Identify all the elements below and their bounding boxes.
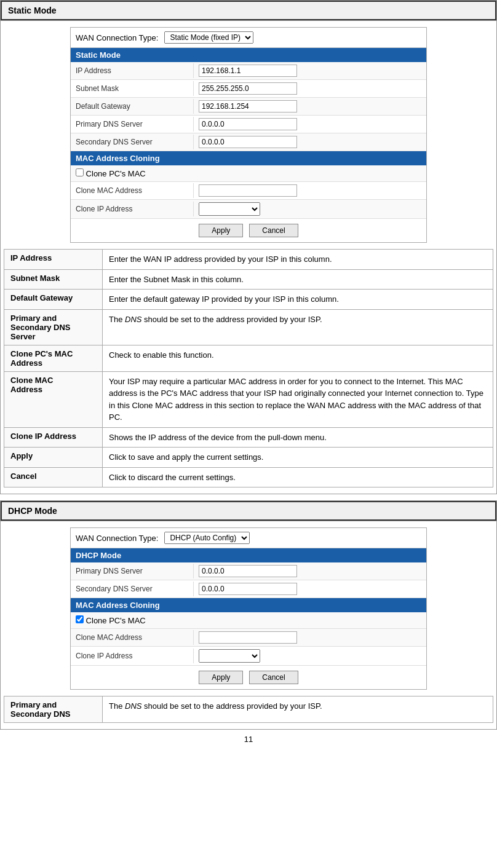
desc-row-ip: IP Address Enter the WAN IP address prov…	[4, 250, 493, 270]
desc-def-clone-ip: Shows the IP address of the device from …	[103, 427, 493, 448]
dhcp-desc-table: Primary andSecondary DNS The DNS should …	[4, 696, 493, 723]
desc-term-gateway: Default Gateway	[4, 290, 103, 310]
dhcp-mode-form-header: DHCP Mode	[71, 548, 426, 562]
clone-ip-select-dhcp[interactable]	[199, 649, 260, 663]
static-mode-section: Static Mode	[0, 0, 497, 21]
clone-mac-field-dhcp	[194, 629, 426, 646]
dhcp-wan-connection-select[interactable]: DHCP (Auto Config)	[164, 532, 250, 544]
ip-address-row: IP Address	[71, 62, 426, 80]
desc-def-clone-pcs: Check to enable this function.	[103, 345, 493, 371]
dhcp-secondary-dns-label: Secondary DNS Server	[71, 582, 194, 596]
dhcp-primary-dns-row: Primary DNS Server	[71, 562, 426, 580]
desc-def-gateway: Enter the default gateway IP provided by…	[103, 290, 493, 310]
subnet-mask-row: Subnet Mask	[71, 80, 426, 98]
page-number: 11	[0, 730, 497, 749]
static-mode-header: Static Mode	[1, 1, 496, 20]
wan-connection-label: WAN Connection Type:	[76, 33, 158, 42]
desc-term-clone-ip: Clone IP Address	[4, 427, 103, 448]
clone-pcs-mac-row-dhcp: Clone PC's MAC	[71, 612, 426, 629]
dhcp-cancel-button[interactable]: Cancel	[249, 671, 298, 684]
static-mode-content: WAN Connection Type: Static Mode (fixed …	[0, 21, 497, 494]
secondary-dns-input[interactable]	[199, 136, 297, 148]
wan-connection-select[interactable]: Static Mode (fixed IP)	[164, 31, 253, 44]
clone-mac-label-static: Clone MAC Address	[71, 183, 194, 198]
subnet-mask-field	[194, 80, 426, 97]
static-mode-form-header: Static Mode	[71, 48, 426, 62]
desc-term-ip: IP Address	[4, 250, 103, 270]
dhcp-wan-connection-row: WAN Connection Type: DHCP (Auto Config)	[71, 528, 426, 548]
clone-ip-row-static: Clone IP Address	[71, 200, 426, 219]
desc-term-clone-mac: Clone MACAddress	[4, 371, 103, 427]
clone-pcs-mac-checkbox-dhcp[interactable]	[76, 615, 84, 623]
clone-pcs-mac-checkbox-static[interactable]	[76, 168, 84, 176]
desc-def-apply: Click to save and apply the current sett…	[103, 448, 493, 468]
static-button-row: Apply Cancel	[71, 219, 426, 242]
mac-cloning-header-dhcp: MAC Address Cloning	[71, 598, 426, 612]
subnet-mask-input[interactable]	[199, 82, 297, 95]
wan-connection-row: WAN Connection Type: Static Mode (fixed …	[71, 28, 426, 48]
dhcp-desc-def-dns: The DNS should be set to the address pro…	[103, 696, 493, 723]
clone-mac-input-static[interactable]	[199, 184, 297, 197]
desc-def-subnet: Enter the Subnet Mask in this column.	[103, 269, 493, 290]
static-form: WAN Connection Type: Static Mode (fixed …	[70, 27, 427, 243]
clone-ip-field-dhcp	[194, 647, 426, 665]
desc-row-dns: Primary andSecondary DNSServer The DNS s…	[4, 309, 493, 345]
desc-term-apply: Apply	[4, 448, 103, 468]
clone-mac-input-dhcp[interactable]	[199, 631, 297, 644]
dhcp-secondary-dns-input[interactable]	[199, 583, 297, 595]
static-cancel-button[interactable]: Cancel	[249, 224, 298, 237]
dhcp-form: WAN Connection Type: DHCP (Auto Config) …	[70, 527, 427, 690]
default-gateway-label: Default Gateway	[71, 99, 194, 114]
desc-def-ip: Enter the WAN IP address provided by you…	[103, 250, 493, 270]
secondary-dns-row: Secondary DNS Server	[71, 133, 426, 151]
secondary-dns-field	[194, 133, 426, 151]
dhcp-mode-section: DHCP Mode	[0, 500, 497, 521]
clone-pcs-mac-checkbox-label-dhcp[interactable]: Clone PC's MAC	[76, 616, 146, 625]
desc-term-subnet: Subnet Mask	[4, 269, 103, 290]
ip-address-label: IP Address	[71, 63, 194, 78]
dhcp-wan-connection-label: WAN Connection Type:	[76, 534, 158, 543]
subnet-mask-label: Subnet Mask	[71, 81, 194, 96]
clone-ip-row-dhcp: Clone IP Address	[71, 647, 426, 666]
primary-dns-field	[194, 116, 426, 133]
default-gateway-field	[194, 98, 426, 115]
clone-mac-field-static	[194, 182, 426, 199]
clone-pcs-mac-checkbox-label[interactable]: Clone PC's MAC	[76, 169, 146, 178]
primary-dns-input[interactable]	[199, 118, 297, 130]
desc-term-dns: Primary andSecondary DNSServer	[4, 309, 103, 345]
dhcp-apply-button[interactable]: Apply	[199, 671, 243, 684]
clone-ip-label-static: Clone IP Address	[71, 202, 194, 216]
static-desc-table: IP Address Enter the WAN IP address prov…	[4, 249, 493, 487]
dhcp-button-row: Apply Cancel	[71, 666, 426, 689]
desc-term-clone-pcs: Clone PC's MACAddress	[4, 345, 103, 371]
clone-mac-row-dhcp: Clone MAC Address	[71, 629, 426, 647]
desc-row-cancel: Cancel Click to discard the current sett…	[4, 467, 493, 487]
primary-dns-label: Primary DNS Server	[71, 117, 194, 132]
dhcp-primary-dns-label: Primary DNS Server	[71, 564, 194, 578]
desc-row-clone-mac: Clone MACAddress Your ISP may require a …	[4, 371, 493, 427]
static-mode-title: Static Mode	[8, 6, 57, 15]
dhcp-desc-term-dns: Primary andSecondary DNS	[4, 696, 103, 723]
default-gateway-row: Default Gateway	[71, 98, 426, 116]
clone-ip-label-dhcp: Clone IP Address	[71, 649, 194, 663]
static-apply-button[interactable]: Apply	[199, 224, 243, 237]
secondary-dns-label: Secondary DNS Server	[71, 135, 194, 149]
desc-def-dns: The DNS should be set to the address pro…	[103, 309, 493, 345]
mac-cloning-header-static: MAC Address Cloning	[71, 151, 426, 165]
dhcp-desc-row-dns: Primary andSecondary DNS The DNS should …	[4, 696, 493, 723]
dhcp-primary-dns-input[interactable]	[199, 565, 297, 577]
dhcp-primary-dns-field	[194, 562, 426, 580]
desc-def-clone-mac: Your ISP may require a particular MAC ad…	[103, 371, 493, 427]
dhcp-mode-header: DHCP Mode	[1, 501, 496, 521]
dhcp-secondary-dns-field	[194, 580, 426, 598]
desc-term-cancel: Cancel	[4, 467, 103, 487]
clone-mac-row-static: Clone MAC Address	[71, 182, 426, 200]
desc-row-clone-pcs: Clone PC's MACAddress Check to enable th…	[4, 345, 493, 371]
primary-dns-row: Primary DNS Server	[71, 116, 426, 133]
clone-ip-select-static[interactable]	[199, 202, 260, 216]
ip-address-field	[194, 62, 426, 79]
desc-row-subnet: Subnet Mask Enter the Subnet Mask in thi…	[4, 269, 493, 290]
ip-address-input[interactable]	[199, 65, 297, 77]
default-gateway-input[interactable]	[199, 100, 297, 112]
desc-row-apply: Apply Click to save and apply the curren…	[4, 448, 493, 468]
